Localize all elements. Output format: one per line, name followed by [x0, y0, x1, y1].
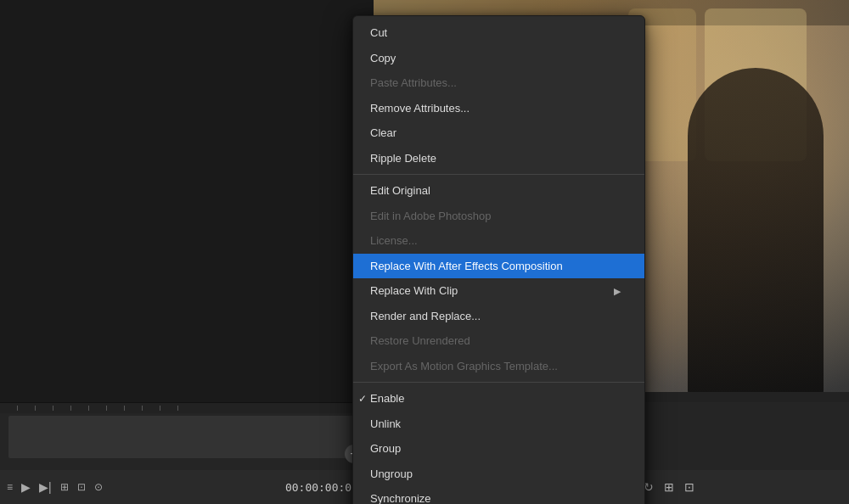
timecode-display: 00:00:00:00: [285, 481, 358, 494]
menu-item-replace-clip[interactable]: Replace With Clip▶: [353, 278, 644, 304]
menu-label-synchronize: Synchronize: [370, 490, 431, 504]
menu-label-group: Group: [370, 440, 401, 457]
menu-item-render-replace[interactable]: Render and Replace...: [353, 304, 644, 329]
menu-label-remove-attributes: Remove Attributes...: [370, 100, 469, 117]
menu-item-ripple-delete[interactable]: Ripple Delete: [353, 146, 644, 171]
menu-label-ripple-delete: Ripple Delete: [370, 150, 436, 167]
menu-item-unlink[interactable]: Unlink: [353, 412, 644, 437]
step-forward-timeline-button[interactable]: ▶|: [39, 480, 52, 494]
context-menu: CutCopyPaste Attributes...Remove Attribu…: [352, 15, 645, 504]
menu-label-enable: Enable: [370, 390, 404, 407]
menu-item-enable[interactable]: ✓Enable: [353, 386, 644, 412]
menu-item-replace-ae[interactable]: Replace With After Effects Composition: [353, 254, 644, 279]
menu-item-export-motion: Export As Motion Graphics Template...: [353, 354, 644, 379]
menu-label-license: License...: [370, 232, 418, 249]
menu-item-synchronize[interactable]: Synchronize: [353, 486, 644, 504]
menu-label-render-replace: Render and Replace...: [370, 308, 481, 325]
menu-item-ungroup[interactable]: Ungroup: [353, 462, 644, 487]
menu-label-ungroup: Ungroup: [370, 466, 413, 483]
safe-margins-button[interactable]: ⊞: [664, 480, 674, 494]
submenu-arrow-replace-clip: ▶: [614, 284, 621, 299]
menu-item-clear[interactable]: Clear: [353, 120, 644, 146]
menu-item-cut[interactable]: Cut: [353, 20, 644, 46]
menu-separator-sep1: [353, 174, 644, 175]
menu-item-remove-attributes[interactable]: Remove Attributes...: [353, 96, 644, 121]
menu-item-edit-photoshop: Edit in Adobe Photoshop: [353, 204, 644, 229]
left-panel: [0, 0, 352, 402]
menu-label-cut: Cut: [370, 25, 387, 42]
menu-item-license: License...: [353, 228, 644, 254]
menu-label-restore-unrendered: Restore Unrendered: [370, 333, 470, 350]
overwrite-button[interactable]: ⊡: [77, 481, 86, 493]
insert-button[interactable]: ⊞: [60, 481, 69, 493]
camera-button[interactable]: ⊙: [94, 481, 103, 493]
menu-label-edit-photoshop: Edit in Adobe Photoshop: [370, 208, 491, 225]
output-button[interactable]: ⊡: [684, 480, 694, 494]
timeline-ruler: [0, 403, 374, 413]
menu-label-replace-clip: Replace With Clip: [370, 283, 458, 300]
menu-label-unlink: Unlink: [370, 416, 401, 433]
menu-separator-sep2: [353, 382, 644, 383]
play-timeline-button[interactable]: ▶: [21, 480, 31, 494]
menu-item-restore-unrendered: Restore Unrendered: [353, 328, 644, 354]
menu-item-paste-attributes: Paste Attributes...: [353, 70, 644, 96]
menu-label-copy: Copy: [370, 50, 396, 67]
menu-label-export-motion: Export As Motion Graphics Template...: [370, 358, 558, 375]
menu-label-clear: Clear: [370, 125, 396, 142]
menu-label-paste-attributes: Paste Attributes...: [370, 75, 457, 92]
timeline-controls: ≡ ▶ ▶| ⊞ ⊡ ⊙ 00:00:00:00: [0, 470, 374, 504]
menu-item-copy[interactable]: Copy: [353, 46, 644, 71]
menu-item-group[interactable]: Group: [353, 436, 644, 462]
timeline-area: ≡ ▶ ▶| ⊞ ⊡ ⊙ 00:00:00:00 +: [0, 402, 374, 504]
menu-item-edit-original[interactable]: Edit Original: [353, 178, 644, 204]
timeline-menu-icon[interactable]: ≡: [7, 481, 13, 493]
checkmark-enable: ✓: [358, 391, 367, 406]
menu-label-edit-original: Edit Original: [370, 182, 430, 199]
menu-label-replace-ae: Replace With After Effects Composition: [370, 258, 563, 275]
